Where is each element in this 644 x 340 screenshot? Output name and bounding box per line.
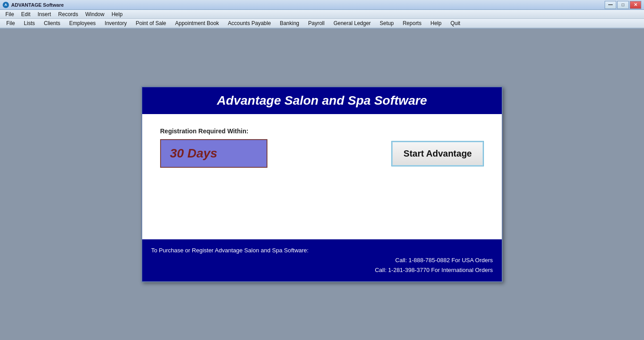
footer-line-2: Call: 1-888-785-0882 For USA Orders [151,255,493,265]
menu-insert[interactable]: Insert [34,10,55,18]
title-bar: A ADVANTAGE Software — □ ✕ [0,0,644,10]
registration-label: Registration Required Within: [160,128,373,135]
card-footer: To Purchase or Register Advantage Salon … [142,239,502,281]
menu-bar-2: File Lists Clients Employees Inventory P… [0,19,644,29]
app-menu-reports[interactable]: Reports [398,19,426,27]
app-menu-inventory[interactable]: Inventory [100,19,131,27]
menu-bar-1: File Edit Insert Records Window Help [0,10,644,19]
registration-section: Registration Required Within: 30 Days [160,128,373,168]
maximize-button[interactable]: □ [617,1,629,9]
app-menu-banking[interactable]: Banking [275,19,304,27]
app-icon: A [3,2,9,8]
app-menu-lists[interactable]: Lists [19,19,39,27]
window-controls: — □ ✕ [605,1,641,9]
footer-line-1: To Purchase or Register Advantage Salon … [151,246,493,255]
app-icon-letter: A [4,3,7,7]
footer-line-3: Call: 1-281-398-3770 For International O… [151,265,493,275]
app-menu-quit[interactable]: Quit [446,19,465,27]
days-box: 30 Days [160,139,267,168]
days-text: 30 Days [170,146,217,160]
card-body: Registration Required Within: 30 Days St… [142,114,502,239]
app-menu-pos[interactable]: Point of Sale [131,19,170,27]
app-menu-employees[interactable]: Employees [65,19,100,27]
menu-window[interactable]: Window [82,10,108,18]
app-menu-appointment-book[interactable]: Appointment Book [171,19,224,27]
menu-file[interactable]: File [2,10,17,18]
minimize-button[interactable]: — [605,1,616,9]
start-section: Start Advantage [391,128,484,166]
menu-edit[interactable]: Edit [17,10,34,18]
app-menu-payroll[interactable]: Payroll [304,19,329,27]
card-title: Advantage Salon and Spa Software [151,94,493,108]
center-card: Advantage Salon and Spa Software Registr… [141,86,503,282]
app-menu-help[interactable]: Help [426,19,446,27]
card-header: Advantage Salon and Spa Software [142,87,502,114]
menu-records[interactable]: Records [55,10,82,18]
app-menu-accounts-payable[interactable]: Accounts Payable [224,19,275,27]
app-menu-file[interactable]: File [2,19,19,27]
app-menu-general-ledger[interactable]: General Ledger [329,19,375,27]
close-button[interactable]: ✕ [630,1,641,9]
app-menu-setup[interactable]: Setup [375,19,398,27]
menu-help[interactable]: Help [108,10,126,18]
main-content: Advantage Salon and Spa Software Registr… [0,29,644,340]
app-title: ADVANTAGE Software [11,2,605,8]
app-menu-clients[interactable]: Clients [39,19,65,27]
start-advantage-button[interactable]: Start Advantage [391,141,484,166]
